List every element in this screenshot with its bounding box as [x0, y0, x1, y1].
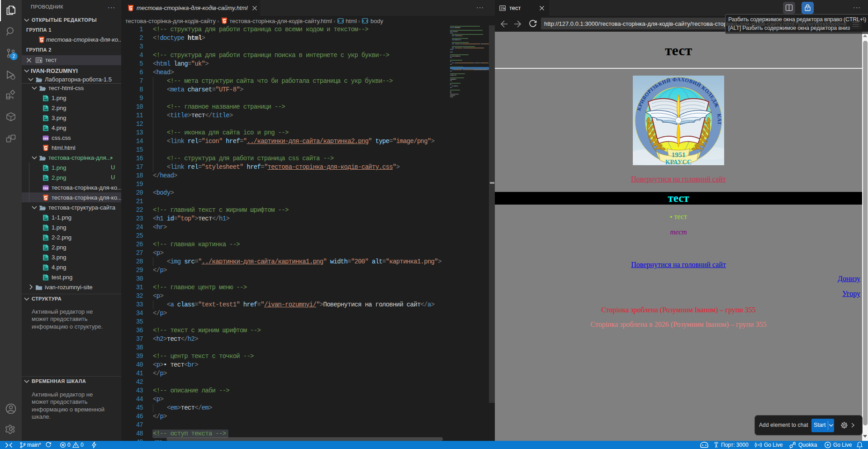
svg-text:css: css: [43, 137, 48, 140]
svg-text:1951: 1951: [672, 151, 686, 158]
svg-text:css: css: [43, 186, 48, 190]
svg-text:КРАУСС: КРАУСС: [665, 158, 692, 165]
